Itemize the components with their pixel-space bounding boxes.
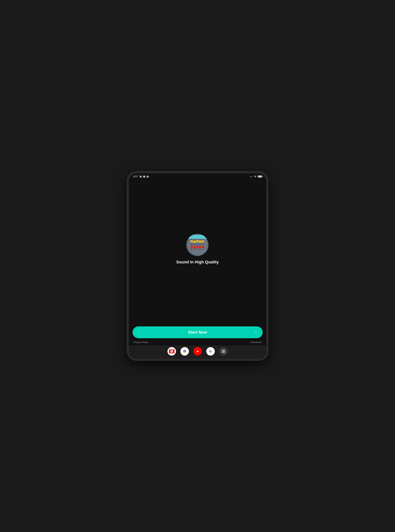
- links-row: Privacy Policy Disclaimer: [132, 341, 263, 344]
- svg-point-43: [223, 352, 224, 353]
- status-right: [249, 175, 262, 178]
- status-bar: 8:57: [129, 173, 266, 179]
- app-icon-container: Sound In High Quality: [176, 234, 219, 264]
- status-left: 8:57: [133, 175, 149, 178]
- svg-point-27: [202, 246, 203, 248]
- svg-point-40: [223, 351, 224, 352]
- svg-point-23: [197, 246, 198, 247]
- photos-app-icon[interactable]: [206, 347, 215, 356]
- svg-point-13: [197, 241, 198, 242]
- battery-icon: [258, 176, 262, 177]
- mixer-svg: [187, 235, 208, 255]
- bottom-section: Start Now → Privacy Policy Disclaimer: [129, 326, 266, 345]
- mixer-app-icon: [186, 234, 208, 256]
- svg-point-15: [199, 241, 201, 242]
- svg-point-39: [222, 351, 223, 352]
- svg-point-11: [194, 241, 195, 242]
- svg-text:M: M: [170, 349, 173, 353]
- svg-point-42: [222, 352, 223, 353]
- status-icons: [139, 175, 149, 178]
- gmail-app-icon[interactable]: M: [167, 347, 176, 356]
- svg-point-36: [222, 350, 223, 351]
- svg-rect-2: [187, 237, 208, 239]
- disclaimer-link[interactable]: Disclaimer: [251, 341, 262, 344]
- nav-bar: M: [129, 345, 266, 359]
- apps-drawer-icon[interactable]: [219, 347, 228, 356]
- signal-bars-icon: [254, 175, 257, 178]
- storage-icon: [143, 175, 145, 178]
- svg-point-17: [202, 241, 203, 242]
- svg-point-32: [184, 351, 185, 352]
- gear-icon: [146, 175, 149, 178]
- svg-point-38: [224, 350, 225, 351]
- svg-point-37: [223, 350, 224, 351]
- svg-point-41: [224, 351, 225, 352]
- start-button-label: Start Now: [188, 330, 207, 335]
- start-now-button[interactable]: Start Now →: [132, 326, 263, 338]
- start-arrow-icon: →: [253, 330, 258, 335]
- svg-point-35: [208, 349, 213, 354]
- chrome-app-icon[interactable]: [180, 347, 189, 356]
- time-display: 8:57: [133, 175, 138, 178]
- svg-point-9: [191, 241, 192, 242]
- privacy-policy-link[interactable]: Privacy Policy: [133, 341, 148, 344]
- svg-point-21: [194, 247, 195, 248]
- youtube-app-icon[interactable]: [193, 347, 202, 356]
- device-frame: 8:57: [127, 172, 268, 360]
- svg-point-19: [191, 246, 192, 248]
- app-title: Sound In High Quality: [176, 260, 219, 264]
- svg-point-44: [224, 352, 225, 353]
- svg-point-25: [199, 247, 201, 248]
- wifi-icon: [249, 175, 253, 178]
- main-content: Sound In High Quality: [129, 179, 266, 326]
- device-inner: 8:57: [129, 173, 266, 359]
- settings-icon: [139, 175, 142, 178]
